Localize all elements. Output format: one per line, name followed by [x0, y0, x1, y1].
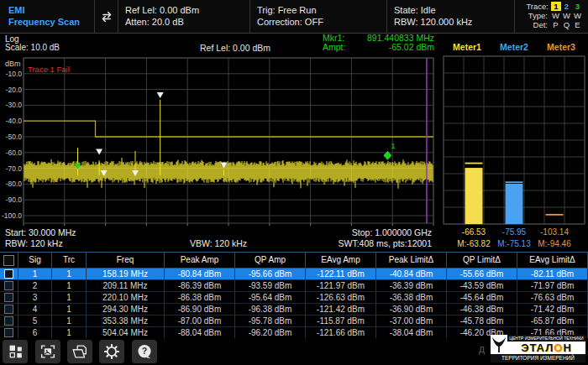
meter-tabs: Meter1Meter2Meter3 — [444, 42, 585, 52]
row-checkbox[interactable] — [4, 328, 13, 337]
table-cell: -76.63 dBm — [517, 292, 588, 304]
table-cell: -38.04 dBm — [376, 327, 447, 338]
row-checkbox[interactable] — [4, 293, 13, 302]
table-cell: -121.42 dBm — [306, 304, 376, 315]
table-cell: 5 — [18, 315, 52, 327]
column-header-trc: Trc — [52, 253, 87, 269]
table-cell: -40.84 dBm — [376, 269, 447, 280]
column-header-peak-limit-: Peak LimitΔ — [376, 253, 447, 269]
sweep-state: State: Idle — [394, 4, 514, 16]
row-checkbox-cell — [0, 304, 18, 315]
table-cell: -95.66 dBm — [235, 269, 306, 280]
row-checkbox[interactable] — [4, 269, 13, 279]
settings-button[interactable] — [99, 340, 124, 363]
y-axis-tick-label: -30.0 — [6, 101, 23, 109]
row-checkbox[interactable] — [4, 305, 13, 314]
clipped-background-text: д — [479, 343, 485, 355]
swap-trace-button[interactable] — [94, 0, 118, 33]
table-cell: -43.59 dBm — [447, 280, 517, 292]
table-cell: -80.84 dBm — [165, 269, 235, 280]
table-cell: 4 — [18, 304, 52, 315]
column-header-eavg-limit-: EAvg LimitΔ — [517, 253, 588, 269]
y-axis-tick-label: -50.0 — [6, 133, 23, 141]
emi-analyzer-screen: EMI Frequency Scan Ref Lel: 0.00 dBm Att… — [0, 0, 588, 365]
trace-fail-warning: Trace 1 Fail — [28, 65, 70, 74]
trig-status: Trig: Free Run Correction: OFF — [249, 0, 386, 33]
y-axis-tick-label: -10.0 — [6, 70, 23, 78]
table-cell: -121.97 dBm — [306, 280, 376, 292]
table-cell: 158.19 MHz — [87, 269, 165, 280]
table-row[interactable]: 21209.11 MHz-86.39 dBm-93.59 dBm-121.97 … — [0, 280, 588, 292]
apps-menu-button[interactable] — [3, 340, 28, 363]
meter-tab-3[interactable]: Meter3 — [547, 42, 575, 52]
table-cell: -95.64 dBm — [235, 292, 306, 304]
trace-panel-row-label: Type: — [528, 11, 548, 20]
signal-table: SigTrcFreqPeak AmpQP AmpEAvg AmpPeak Lim… — [0, 252, 588, 338]
y-axis-tick-label: -100.0 — [2, 211, 22, 220]
table-cell: -115.87 dBm — [306, 315, 376, 327]
table-cell: -86.38 dBm — [165, 292, 235, 304]
vendor-logo-name: ЭТАЛОН — [507, 342, 585, 354]
mode-submode: Frequency Scan — [8, 16, 94, 28]
screenshot-icon — [39, 342, 57, 361]
y-axis-tick-label: -20.0 — [6, 86, 23, 94]
help-button[interactable]: ? — [132, 340, 157, 363]
meter-maxhold-3 — [546, 214, 564, 216]
y-axis-tick-label: -90.0 — [6, 196, 23, 204]
info-row: Log Scale: 10.0 dB Ref Lel: 0.00 dBm Mkr… — [0, 34, 588, 52]
table-cell: -86.39 dBm — [165, 280, 235, 292]
column-header-sig: Sig — [18, 253, 52, 269]
trace-3-attr: W — [572, 11, 583, 20]
meter-tab-1[interactable]: Meter1 — [453, 42, 481, 52]
meter-maxhold-1 — [465, 163, 483, 164]
table-row[interactable]: 31220.10 MHz-86.38 dBm-95.64 dBm-126.63 … — [0, 292, 588, 304]
trace-3-selector[interactable]: 3 — [572, 2, 583, 11]
ref-level-status: Ref Lel: 0.00 dBm — [125, 4, 249, 16]
trace-1-attr: W — [550, 11, 561, 20]
trace-panel-row-label: Trace: — [526, 2, 549, 11]
vendor-logo: ЦЕНТР ИЗМЕРИТЕЛЬНОЙ ТЕХНИКИ ЭТАЛОН ТЕРРИ… — [491, 335, 585, 362]
table-cell: 1 — [52, 292, 87, 304]
marker-readout: Mkr1: 891.440833 MHz Ampt: -65.02 dBm — [323, 34, 434, 52]
table-cell: 1 — [52, 280, 87, 292]
vendor-logo-bottom-text: ТЕРРИТОРИЯ ИЗМЕРЕНИЙ — [491, 354, 585, 362]
header-checkbox[interactable] — [3, 255, 14, 266]
trace-2-selector[interactable]: 2 — [561, 2, 572, 11]
table-cell: -86.90 dBm — [165, 304, 235, 315]
row-checkbox-cell — [0, 292, 18, 303]
table-cell: -46.38 dBm — [447, 304, 517, 315]
sweep-annotations: Start: 30.000 MHz Stop: 1.000000 GHz RBW… — [0, 227, 437, 250]
table-cell: -87.00 dBm — [165, 315, 235, 327]
trace-3-attr: E — [572, 20, 583, 29]
mode-name: EMI — [8, 4, 94, 16]
table-row[interactable]: 11158.19 MHz-80.84 dBm-95.66 dBm-122.11 … — [0, 269, 588, 280]
state-status: State: Idle RBW: 120.000 kHz — [386, 0, 514, 33]
table-cell: 353.38 MHz — [87, 315, 165, 327]
meter-bars-chart — [441, 52, 588, 227]
table-cell: -121.66 dBm — [306, 327, 376, 338]
meter-maxhold-2 — [506, 181, 523, 183]
y-axis-tick-label: -40.0 — [6, 117, 23, 125]
apps-grid-icon — [6, 342, 24, 361]
meter-tab-2[interactable]: Meter2 — [500, 42, 528, 52]
screenshot-button[interactable] — [35, 340, 60, 363]
settings-gear-icon — [102, 342, 121, 361]
table-cell: 2 — [18, 280, 52, 292]
table-row[interactable]: 51353.38 MHz-87.00 dBm-95.78 dBm-115.87 … — [0, 315, 588, 327]
table-cell: 220.10 MHz — [87, 292, 165, 304]
row-checkbox[interactable] — [4, 281, 13, 290]
trace-panel-row: Trace:123 — [515, 2, 583, 11]
table-row[interactable]: 41294.30 MHz-86.90 dBm-96.38 dBm-121.42 … — [0, 304, 588, 315]
trace-panel: Trace:123Type:WWWDet:PQE — [514, 0, 588, 33]
meter-value-3: -103.14 — [529, 227, 580, 237]
help-icon: ? — [135, 342, 154, 361]
file-save-button[interactable] — [67, 340, 92, 363]
ref-atten-status: Ref Lel: 0.00 dBm Atten: 20.0 dB — [118, 0, 249, 33]
trace-1-selector[interactable]: 1 — [551, 2, 561, 11]
row-checkbox[interactable] — [4, 316, 13, 326]
table-cell: -36.38 dBm — [376, 292, 447, 304]
table-header-row: SigTrcFreqPeak AmpQP AmpEAvg AmpPeak Lim… — [0, 253, 588, 269]
table-cell: 1 — [52, 327, 87, 338]
start-freq-label: Start: 30.000 MHz — [5, 227, 76, 237]
vendor-logo-top-text: ЦЕНТР ИЗМЕРИТЕЛЬНОЙ ТЕХНИКИ — [507, 335, 585, 342]
